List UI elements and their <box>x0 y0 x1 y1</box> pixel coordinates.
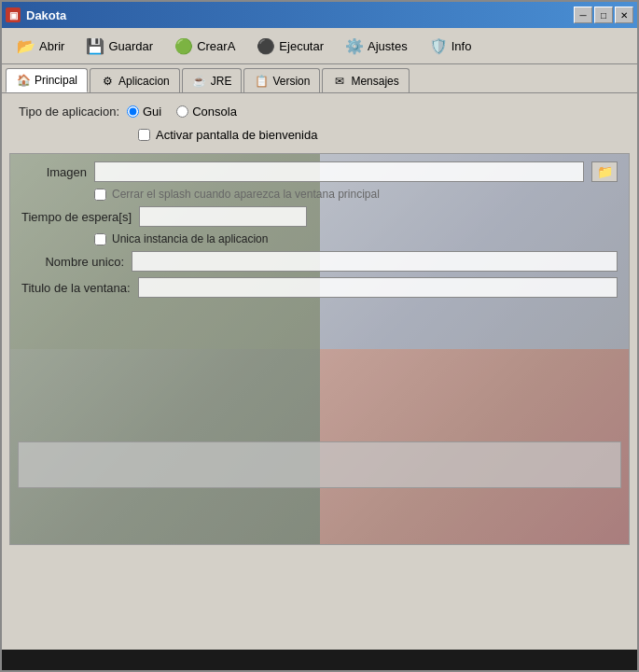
radio-consola-item[interactable]: Consola <box>176 105 237 119</box>
info-button[interactable]: 🛡️ Info <box>420 32 480 60</box>
tab-version[interactable]: 📋 Version <box>243 68 320 92</box>
title-bar-buttons: ─ □ ✕ <box>574 7 633 23</box>
cerrar-checkbox-row: Cerrar el splash cuando aparezca la vent… <box>21 188 618 201</box>
tab-jre[interactable]: ☕ JRE <box>182 68 243 92</box>
radio-consola-label: Consola <box>192 105 237 119</box>
guardar-icon: 💾 <box>85 35 105 56</box>
guardar-button[interactable]: 💾 Guardar <box>76 32 161 60</box>
browse-button[interactable]: 📁 <box>591 161 618 182</box>
cerrar-label: Cerrar el splash cuando aparezca la vent… <box>112 188 380 201</box>
tab-aplicacion-icon: ⚙ <box>100 74 115 89</box>
titulo-input[interactable] <box>138 277 618 298</box>
image-section: Imagen 📁 Cerrar el splash cuando aparezc… <box>9 153 630 545</box>
creara-label: CrearA <box>197 39 235 53</box>
status-bar <box>2 650 637 670</box>
abrir-label: Abrir <box>39 39 64 53</box>
titulo-row: Titulo de la ventana: <box>21 277 618 298</box>
nombre-row: Nombre unico: <box>21 251 618 272</box>
ajustes-label: Ajustes <box>368 39 408 53</box>
tipo-aplicacion-row: Tipo de aplicacion: Gui Consola <box>17 105 622 119</box>
tiempo-row: Tiempo de espera[s] <box>21 206 618 227</box>
radio-gui-label: Gui <box>143 105 161 119</box>
toolbar: 📂 Abrir 💾 Guardar 🟢 CrearA ⚫ Ejecutar ⚙️… <box>2 28 637 64</box>
creara-icon: 🟢 <box>174 35 194 56</box>
imagen-input[interactable] <box>94 161 584 182</box>
activar-label: Activar pantalla de bienvenida <box>156 128 317 142</box>
imagen-row: Imagen 📁 <box>21 161 618 182</box>
tab-mensajes[interactable]: ✉ Mensajes <box>322 68 409 92</box>
creara-button[interactable]: 🟢 CrearA <box>165 32 243 60</box>
tab-version-label: Version <box>272 75 310 88</box>
unica-checkbox[interactable] <box>94 233 106 245</box>
tab-mensajes-icon: ✉ <box>332 74 347 89</box>
minimize-button[interactable]: ─ <box>574 7 592 23</box>
radio-gui-item[interactable]: Gui <box>127 105 161 119</box>
ejecutar-button[interactable]: ⚫ Ejecutar <box>247 32 332 60</box>
main-window: ▣ Dakota ─ □ ✕ 📂 Abrir 💾 Guardar 🟢 Crear… <box>0 0 639 672</box>
tab-aplicacion[interactable]: ⚙ Aplicacion <box>90 68 180 92</box>
tiempo-label: Tiempo de espera[s] <box>21 210 132 224</box>
tab-aplicacion-label: Aplicacion <box>118 75 170 88</box>
bottom-area <box>2 545 637 650</box>
window-title: Dakota <box>26 8 574 22</box>
guardar-label: Guardar <box>108 39 153 53</box>
info-label: Info <box>451 39 472 53</box>
activar-checkbox[interactable] <box>138 129 150 141</box>
abrir-button[interactable]: 📂 Abrir <box>7 32 73 60</box>
radio-consola[interactable] <box>176 105 188 118</box>
ejecutar-icon: ⚫ <box>256 35 276 56</box>
content-area: Tipo de aplicacion: Gui Consola Activar … <box>2 92 637 650</box>
tab-principal-label: Principal <box>35 74 77 87</box>
abrir-icon: 📂 <box>16 35 36 56</box>
tab-jre-icon: ☕ <box>192 74 207 89</box>
tab-content-principal: Tipo de aplicacion: Gui Consola Activar … <box>2 93 637 153</box>
tiempo-input[interactable] <box>139 206 307 227</box>
tipo-aplicacion-label: Tipo de aplicacion: <box>17 105 119 119</box>
cerrar-checkbox[interactable] <box>94 189 106 201</box>
titulo-label: Titulo de la ventana: <box>21 281 131 295</box>
ajustes-button[interactable]: ⚙️ Ajustes <box>336 32 416 60</box>
ajustes-icon: ⚙️ <box>344 35 365 56</box>
imagen-label: Imagen <box>21 165 87 179</box>
maximize-button[interactable]: □ <box>594 7 613 23</box>
ejecutar-label: Ejecutar <box>279 39 324 53</box>
tabs-bar: 🏠 Principal ⚙ Aplicacion ☕ JRE 📋 Version… <box>2 64 637 92</box>
tab-principal[interactable]: 🏠 Principal <box>6 68 88 92</box>
title-bar: ▣ Dakota ─ □ ✕ <box>2 2 637 28</box>
tab-jre-label: JRE <box>211 75 232 88</box>
bottom-preview <box>18 441 621 488</box>
nombre-input[interactable] <box>132 251 618 272</box>
tab-version-icon: 📋 <box>254 74 269 89</box>
tab-mensajes-label: Mensajes <box>351 75 398 88</box>
tab-principal-icon: 🏠 <box>16 73 31 88</box>
activar-checkbox-row: Activar pantalla de bienvenida <box>17 128 622 142</box>
tipo-radio-group: Gui Consola <box>127 105 237 119</box>
radio-gui[interactable] <box>127 105 139 118</box>
unica-row: Unica instancia de la aplicacion <box>21 232 618 245</box>
form-overlay: Imagen 📁 Cerrar el splash cuando aparezc… <box>10 154 629 305</box>
unica-label: Unica instancia de la aplicacion <box>112 232 268 245</box>
info-icon: 🛡️ <box>428 35 449 56</box>
app-icon: ▣ <box>6 7 21 22</box>
close-button[interactable]: ✕ <box>615 7 633 23</box>
nombre-label: Nombre unico: <box>21 255 124 269</box>
